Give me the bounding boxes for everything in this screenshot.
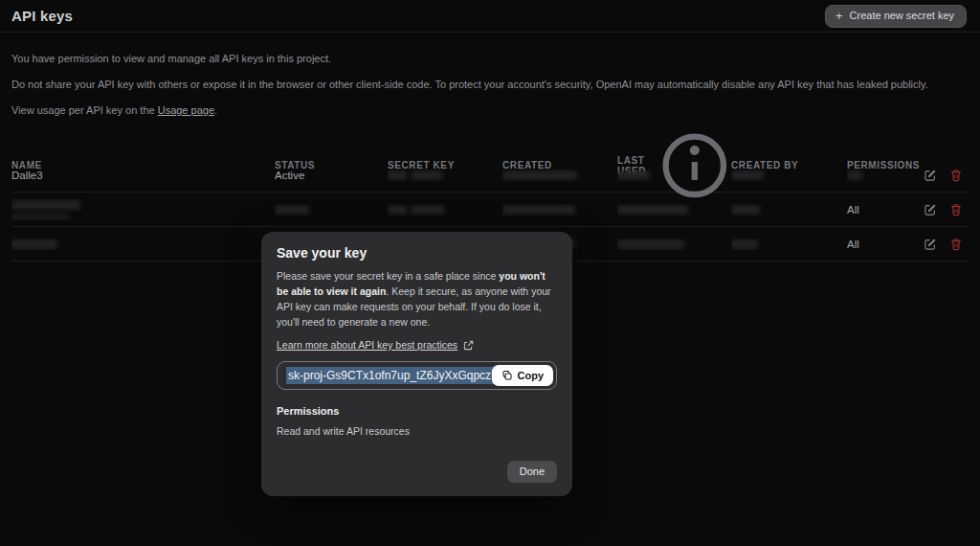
edit-key-button[interactable] [924, 169, 937, 182]
permissions-value: Read and write API resources [277, 425, 557, 437]
create-secret-key-label: Create new secret key [850, 10, 954, 21]
cell-created-by [731, 204, 847, 216]
cell-name: Dalle3 [11, 170, 275, 181]
done-button[interactable]: Done [507, 461, 557, 483]
plus-icon: + [835, 10, 843, 22]
copy-key-button[interactable]: Copy [492, 365, 554, 386]
cell-actions [919, 169, 969, 182]
secret-key-value: sk-proj-Gs9CTx1ofn7up_tZ6JyXxGqpczMT [286, 367, 509, 384]
cell-name [11, 199, 275, 220]
cell-last-used [617, 239, 731, 250]
column-header-last-used: Last used [617, 129, 731, 202]
cell-name [11, 239, 275, 250]
cell-permissions [847, 170, 919, 181]
intro-warning-text: Do not share your API key with others or… [11, 78, 969, 91]
cell-created [502, 204, 617, 216]
api-keys-page: API keys + Create new secret key You hav… [0, 0, 980, 262]
cell-permissions: All [847, 204, 919, 216]
permissions-label: Permissions [277, 405, 557, 417]
info-icon [658, 129, 731, 202]
cell-actions [919, 238, 969, 251]
edit-icon [924, 169, 937, 182]
cell-status: Active [275, 170, 388, 181]
table-header-row: Name Status Secret key Created Last used… [11, 129, 969, 158]
cell-actions [919, 203, 969, 216]
save-key-modal: Save your key Please save your secret ke… [261, 232, 572, 496]
copy-button-label: Copy [518, 370, 545, 381]
delete-key-button[interactable] [949, 203, 963, 216]
cell-created-by [731, 170, 847, 181]
cell-last-used [617, 204, 731, 216]
edit-icon [924, 238, 937, 251]
trash-icon [949, 238, 963, 251]
external-link-icon [463, 340, 474, 351]
copy-icon [501, 370, 513, 381]
page-title: API keys [11, 8, 73, 24]
intro-usage-text: View usage per API key on the Usage page… [11, 103, 969, 117]
cell-created-by [731, 239, 847, 250]
page-header: API keys + Create new secret key [0, 0, 980, 33]
edit-key-button[interactable] [924, 238, 937, 251]
delete-key-button[interactable] [949, 238, 963, 251]
usage-page-link[interactable]: Usage page [158, 104, 214, 116]
edit-icon [924, 203, 937, 216]
cell-status [275, 204, 388, 216]
intro-section: You have permission to view and manage a… [11, 52, 969, 117]
cell-permissions: All [847, 239, 919, 250]
best-practices-link[interactable]: Learn more about API key best practices [277, 339, 457, 351]
best-practices-row: Learn more about API key best practices [277, 339, 557, 351]
create-secret-key-button[interactable]: + Create new secret key [825, 5, 967, 28]
main-content: You have permission to view and manage a… [0, 33, 980, 262]
table-row: All [11, 193, 969, 227]
trash-icon [949, 169, 963, 182]
cell-secret-key [388, 170, 502, 181]
modal-title: Save your key [277, 245, 557, 261]
edit-key-button[interactable] [924, 203, 937, 216]
modal-body-text: Please save your secret key in a safe pl… [277, 268, 557, 330]
intro-permission-text: You have permission to view and manage a… [11, 52, 969, 65]
secret-key-input[interactable]: sk-proj-Gs9CTx1ofn7up_tZ6JyXxGqpczMT Cop… [277, 361, 557, 390]
trash-icon [949, 203, 963, 216]
cell-created [502, 170, 617, 181]
delete-key-button[interactable] [949, 169, 963, 182]
cell-secret-key [388, 204, 502, 216]
